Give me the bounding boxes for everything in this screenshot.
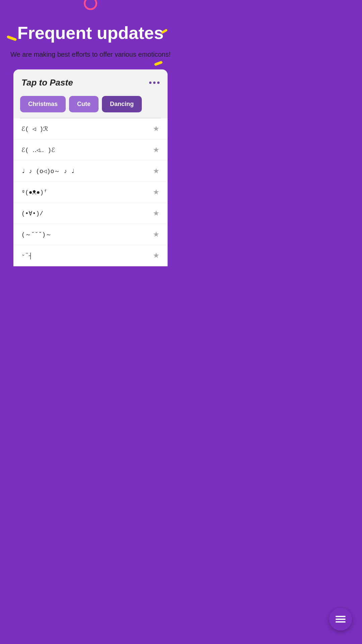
dot-3 xyxy=(157,82,160,84)
emoticon-text: ℰ( ‥◁‥ )ℰ xyxy=(21,146,55,154)
list-item[interactable]: ᵕ̈ ┤ ★ xyxy=(13,245,168,266)
yellow-dash-3 xyxy=(154,61,163,66)
card-header: Tap to Paste xyxy=(13,69,168,93)
favorite-star-4[interactable]: ★ xyxy=(153,188,160,197)
emoticon-text: ℰ( ◁ )ℛ xyxy=(21,125,48,132)
favorite-star-5[interactable]: ★ xyxy=(153,209,160,218)
emoticon-text: ♩ ♪ (o◁)o～ ♪ ♩ xyxy=(21,167,75,175)
favorite-star-7[interactable]: ★ xyxy=(153,251,160,260)
hero-section: Frequent updates We are making best effo… xyxy=(0,0,181,276)
hero-subtitle: We are making best efforts to offer vari… xyxy=(10,49,171,59)
favorite-star-1[interactable]: ★ xyxy=(153,124,160,133)
favorite-star-3[interactable]: ★ xyxy=(153,167,160,175)
main-card: Tap to Paste Christmas Cute Dancing ℰ( ◁… xyxy=(13,69,168,266)
list-item[interactable]: (～˘˘˘)～ ★ xyxy=(13,224,168,245)
emoticon-list: ℰ( ◁ )ℛ ★ ℰ( ‥◁‥ )ℰ ★ ♩ ♪ (o◁)o～ ♪ ♩ ★ ᵍ… xyxy=(13,118,168,266)
tab-christmas[interactable]: Christmas xyxy=(20,96,66,112)
emoticon-text: (～˘˘˘)～ xyxy=(21,230,52,238)
pink-circle-decoration xyxy=(84,0,97,10)
list-item[interactable]: ℰ( ◁ )ℛ ★ xyxy=(13,118,168,140)
list-item[interactable]: ♩ ♪ (o◁)o～ ♪ ♩ ★ xyxy=(13,161,168,182)
emoticon-text: (•∀•)/ xyxy=(21,210,43,217)
tab-dancing[interactable]: Dancing xyxy=(102,96,142,112)
list-item[interactable]: (•∀•)/ ★ xyxy=(13,203,168,224)
emoticon-text: ᵕ̈ ┤ xyxy=(21,252,32,259)
dot-1 xyxy=(149,82,152,84)
tabs-container: Christmas Cute Dancing xyxy=(13,93,168,118)
list-item[interactable]: ᵍ(●ᴥ●)ᶠ ★ xyxy=(13,182,168,203)
favorite-star-6[interactable]: ★ xyxy=(153,230,160,239)
favorite-star-2[interactable]: ★ xyxy=(153,146,160,154)
emoticon-text: ᵍ(●ᴥ●)ᶠ xyxy=(21,189,47,196)
dot-2 xyxy=(153,82,156,84)
hero-title: Frequent updates xyxy=(10,23,171,43)
more-options-button[interactable] xyxy=(149,82,160,84)
tap-to-paste-label: Tap to Paste xyxy=(21,77,73,88)
tab-cute[interactable]: Cute xyxy=(69,96,99,112)
list-item[interactable]: ℰ( ‥◁‥ )ℰ ★ xyxy=(13,140,168,161)
